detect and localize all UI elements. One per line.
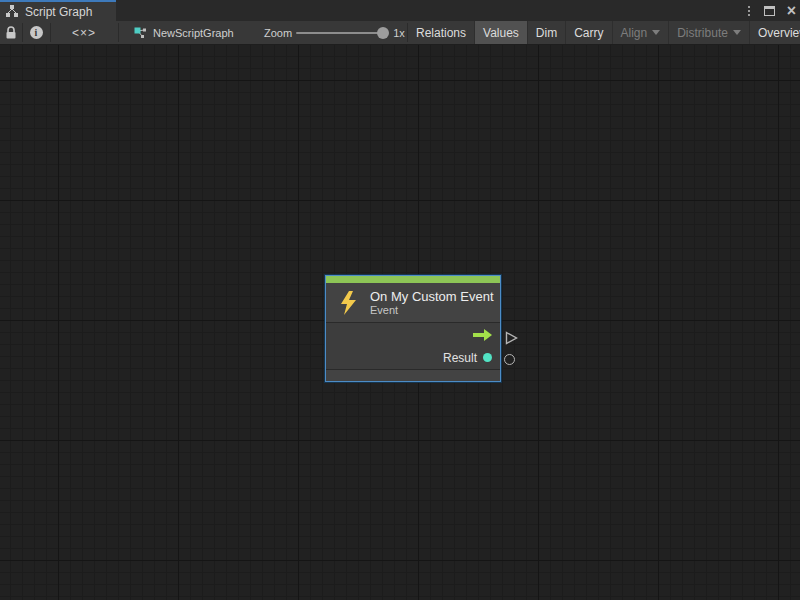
- embed-code-icon: <×>: [72, 26, 96, 40]
- overview-label: Overview: [758, 26, 800, 40]
- close-icon[interactable]: ×: [787, 3, 796, 19]
- dim-label: Dim: [536, 26, 557, 40]
- flow-arrow-icon: [473, 329, 492, 341]
- distribute-label: Distribute: [677, 26, 728, 40]
- node-subtitle: Event: [370, 304, 494, 317]
- result-output-port-row[interactable]: Result: [326, 346, 500, 369]
- zoom-label-cell: Zoom: [262, 21, 294, 44]
- external-flow-port[interactable]: [505, 331, 518, 349]
- align-dropdown[interactable]: Align: [613, 21, 670, 44]
- values-button[interactable]: Values: [475, 21, 528, 44]
- external-value-port[interactable]: [504, 354, 515, 365]
- result-port-label: Result: [443, 351, 477, 365]
- flow-port-outline-icon: [505, 331, 518, 345]
- node-header[interactable]: On My Custom Event Event: [326, 283, 500, 323]
- lock-icon: [5, 26, 17, 40]
- align-label: Align: [621, 26, 648, 40]
- node-footer: [326, 369, 500, 381]
- node-title: On My Custom Event: [370, 289, 494, 304]
- info-button[interactable]: i: [22, 21, 50, 44]
- graph-name-label: NewScriptGraph: [153, 27, 234, 39]
- relations-button[interactable]: Relations: [408, 21, 475, 44]
- zoom-slider-handle[interactable]: [377, 27, 389, 39]
- zoom-label: Zoom: [264, 27, 292, 39]
- window-controls: ×: [746, 0, 796, 21]
- graph-tree-icon: [5, 5, 19, 18]
- graph-toolbar: i <×> NewScriptGraph Zoom 1x Rela: [0, 21, 800, 45]
- node-color-bar: [326, 276, 500, 283]
- window-menu-icon[interactable]: [746, 4, 752, 18]
- tab-bar: Script Graph ×: [0, 0, 800, 21]
- script-graph-window: Script Graph × i <×>: [0, 0, 800, 600]
- values-label: Values: [483, 26, 519, 40]
- zoom-value-cell: 1x: [390, 21, 408, 44]
- distribute-dropdown[interactable]: Distribute: [669, 21, 750, 44]
- maximize-icon[interactable]: [764, 6, 775, 16]
- dim-button[interactable]: Dim: [528, 21, 566, 44]
- zoom-slider-track[interactable]: [296, 32, 384, 34]
- event-bolt-icon: [326, 291, 370, 315]
- zoom-value: 1x: [393, 27, 405, 39]
- flow-output-port-row[interactable]: [326, 323, 500, 346]
- tab-title: Script Graph: [25, 5, 92, 19]
- lock-button[interactable]: [0, 21, 22, 44]
- graph-breadcrumb[interactable]: NewScriptGraph: [134, 21, 254, 44]
- info-icon: i: [30, 26, 43, 39]
- overview-button[interactable]: Overview: [750, 21, 800, 44]
- node-body: Result: [326, 323, 500, 369]
- carry-label: Carry: [574, 26, 603, 40]
- tab-script-graph[interactable]: Script Graph: [0, 0, 116, 21]
- graph-asset-icon: [134, 27, 147, 39]
- result-port-dot[interactable]: [483, 353, 492, 362]
- carry-button[interactable]: Carry: [566, 21, 612, 44]
- embed-code-button[interactable]: <×>: [50, 21, 118, 44]
- chevron-down-icon: [733, 30, 741, 35]
- toolbar-buttons: Relations Values Dim Carry Align Distrib…: [408, 21, 800, 44]
- chevron-down-icon: [652, 30, 660, 35]
- node-on-my-custom-event[interactable]: On My Custom Event Event Result: [325, 275, 501, 382]
- relations-label: Relations: [416, 26, 466, 40]
